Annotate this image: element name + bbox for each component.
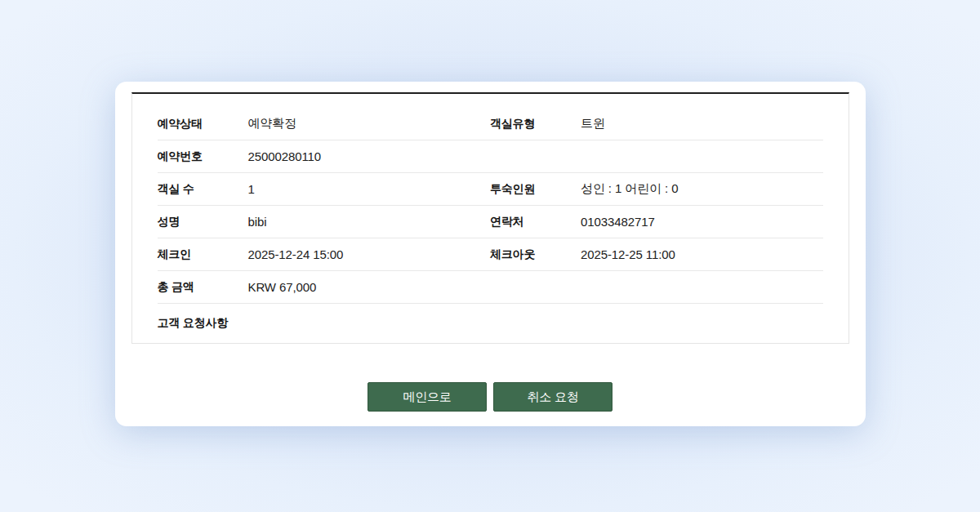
table-row: 총 금액 KRW 67,000 (158, 271, 823, 304)
table-row: 성명 bibi 연락처 01033482717 (158, 206, 823, 238)
field-room-count: 객실 수 1 (158, 182, 491, 197)
field-check-in: 체크인 2025-12-24 15:00 (158, 247, 491, 262)
field-label: 객실 수 (158, 182, 248, 197)
reservation-details-table: 예약상태 예약확정 객실유형 트윈 예약번호 25000280110 객실 수 … (131, 92, 849, 344)
field-label: 성명 (158, 215, 248, 229)
field-guest-name: 성명 bibi (158, 215, 491, 229)
table-row: 예약번호 25000280110 (158, 140, 823, 173)
field-value: 2025-12-25 11:00 (581, 247, 823, 261)
field-label: 객실유형 (490, 117, 581, 131)
field-contact: 연락처 01033482717 (490, 215, 823, 229)
field-reservation-number: 예약번호 25000280110 (158, 149, 491, 164)
field-value: 01033482717 (581, 215, 823, 229)
field-label: 고객 요청사항 (158, 316, 248, 331)
field-label: 투숙인원 (490, 182, 581, 197)
field-value: 예약확정 (248, 116, 491, 131)
field-value: 트윈 (581, 116, 823, 131)
field-value: bibi (248, 215, 491, 229)
field-label: 예약번호 (158, 149, 248, 164)
reservation-card: 예약상태 예약확정 객실유형 트윈 예약번호 25000280110 객실 수 … (115, 82, 866, 426)
page-background: { "colors": { "background": "#e7f0fc", "… (0, 0, 980, 512)
field-label: 연락처 (490, 215, 581, 229)
go-to-main-button[interactable]: 메인으로 (368, 382, 487, 412)
field-value: KRW 67,000 (248, 280, 491, 294)
field-label: 예약상태 (158, 117, 248, 131)
cancel-request-button[interactable]: 취소 요청 (493, 382, 612, 412)
field-guest-count: 투숙인원 성인 : 1 어린이 : 0 (490, 181, 823, 197)
table-row: 객실 수 1 투숙인원 성인 : 1 어린이 : 0 (158, 173, 823, 206)
field-label: 체크인 (158, 247, 248, 262)
field-label: 총 금액 (158, 280, 248, 295)
table-row: 체크인 2025-12-24 15:00 체크아웃 2025-12-25 11:… (158, 238, 823, 271)
field-value: 성인 : 1 어린이 : 0 (581, 181, 823, 197)
field-reservation-status: 예약상태 예약확정 (158, 116, 491, 131)
field-room-type: 객실유형 트윈 (490, 116, 823, 131)
field-value: 1 (248, 182, 491, 196)
field-check-out: 체크아웃 2025-12-25 11:00 (490, 247, 823, 262)
field-customer-requests: 고객 요청사항 (158, 316, 491, 331)
field-value: 2025-12-24 15:00 (248, 247, 491, 261)
table-row: 예약상태 예약확정 객실유형 트윈 (158, 108, 823, 140)
action-buttons: 메인으로 취소 요청 (131, 382, 849, 412)
field-total-amount: 총 금액 KRW 67,000 (158, 280, 491, 295)
field-value: 25000280110 (248, 149, 491, 163)
field-label: 체크아웃 (490, 247, 581, 262)
table-row: 고객 요청사항 (158, 304, 823, 343)
